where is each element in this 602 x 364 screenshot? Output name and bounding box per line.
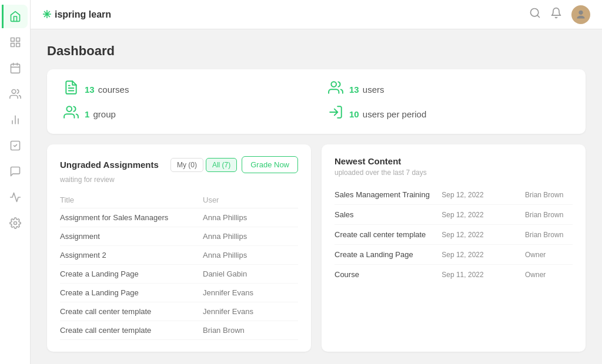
content-author: Brian Brown	[525, 185, 573, 205]
content-date: Sep 12, 2022	[442, 245, 525, 265]
sidebar-item-calendar[interactable]	[4, 56, 27, 80]
assignment-user: Jennifer Evans	[203, 302, 298, 321]
sidebar-item-courses[interactable]	[4, 31, 27, 54]
content-title: Create a Landing Page	[335, 245, 442, 265]
sidebar-item-reports[interactable]	[4, 108, 27, 132]
users-period-icon	[328, 105, 343, 123]
courses-icon	[63, 80, 79, 99]
assignment-title: Create a Landing Page	[60, 265, 203, 284]
content-title: Sales	[335, 205, 442, 225]
logo-icon: ✳	[42, 8, 51, 21]
col-title: Title	[60, 192, 203, 208]
assignment-title: Assignment 2	[60, 246, 203, 265]
newest-title: Newest Content	[335, 156, 401, 166]
table-row: Assignment for Sales ManagersAnna Philli…	[60, 208, 298, 227]
assignment-user: Anna Phillips	[203, 208, 298, 227]
grade-now-button[interactable]: Grade Now	[242, 156, 298, 173]
content-title: Sales Management Training	[335, 185, 442, 205]
content-author: Brian Brown	[525, 205, 573, 225]
tab-my[interactable]: My (0)	[170, 158, 203, 172]
assignment-user: Anna Phillips	[203, 246, 298, 265]
assignment-user: Anna Phillips	[203, 227, 298, 246]
newest-content-panel: Newest Content uploaded over the last 7 …	[322, 144, 586, 352]
svg-rect-0	[11, 38, 14, 42]
assignment-user: Daniel Gabin	[203, 265, 298, 284]
assignments-table: Title User Assignment for Sales Managers…	[60, 192, 298, 340]
content-date: Sep 12, 2022	[442, 185, 525, 205]
content-date: Sep 12, 2022	[442, 225, 525, 245]
table-row: AssignmentAnna Phillips	[60, 227, 298, 246]
sidebar-item-messages[interactable]	[4, 160, 27, 183]
assignment-title: Assignment	[60, 227, 203, 246]
bottom-row: Ungraded Assignments My (0) All (7) Grad…	[47, 144, 586, 352]
users-period-number: 10 users per period	[349, 109, 426, 119]
table-row: Create call center templateBrian Brown	[60, 321, 298, 340]
svg-rect-4	[11, 64, 19, 73]
assignment-title: Assignment for Sales Managers	[60, 208, 203, 227]
stat-users-period: 10 users per period	[328, 105, 569, 123]
svg-point-8	[12, 90, 16, 94]
svg-point-19	[66, 106, 72, 112]
stat-courses: 13 courses	[63, 80, 305, 99]
sidebar	[0, 0, 31, 364]
svg-rect-2	[16, 43, 19, 47]
content-title: Course	[335, 265, 442, 285]
avatar[interactable]	[571, 5, 590, 24]
newest-content-table: Sales Management TrainingSep 12, 2022Bri…	[335, 185, 573, 284]
topbar: ✳ ispring learn	[31, 0, 602, 29]
ungraded-panel-header: Ungraded Assignments My (0) All (7) Grad…	[60, 156, 298, 173]
list-item: Sales Management TrainingSep 12, 2022Bri…	[335, 185, 573, 205]
ungraded-tabs: My (0) All (7)	[170, 158, 237, 172]
col-user: User	[203, 192, 298, 208]
svg-point-18	[331, 82, 336, 87]
newest-panel-header: Newest Content	[335, 156, 573, 166]
ungraded-assignments-panel: Ungraded Assignments My (0) All (7) Grad…	[47, 144, 311, 352]
ungraded-subtitle: waiting for review	[60, 176, 298, 184]
assignment-title: Create call center template	[60, 321, 203, 340]
content-author: Owner	[525, 265, 573, 285]
tab-all[interactable]: All (7)	[206, 158, 237, 172]
content-title: Create call center template	[335, 225, 442, 245]
stats-card: 13 courses 13 users 1 group 10 users per…	[47, 69, 586, 134]
stat-groups: 1 group	[63, 105, 305, 123]
list-item: SalesSep 12, 2022Brian Brown	[335, 205, 573, 225]
assignment-user: Jennifer Evans	[203, 284, 298, 302]
content-date: Sep 12, 2022	[442, 205, 525, 225]
svg-rect-1	[16, 38, 19, 42]
stat-users: 13 users	[328, 80, 569, 99]
list-item: CourseSep 11, 2022Owner	[335, 265, 573, 285]
assignment-user: Brian Brown	[203, 321, 298, 340]
content-author: Owner	[525, 245, 573, 265]
table-row: Create call center templateJennifer Evan…	[60, 302, 298, 321]
list-item: Create call center templateSep 12, 2022B…	[335, 225, 573, 245]
page-title: Dashboard	[47, 43, 586, 59]
sidebar-item-checklist[interactable]	[4, 134, 27, 157]
courses-number: 13 courses	[85, 85, 129, 95]
svg-point-13	[14, 222, 16, 225]
table-row: Assignment 2Anna Phillips	[60, 246, 298, 265]
app-logo: ✳ ispring learn	[42, 8, 111, 21]
sidebar-item-settings[interactable]	[4, 211, 27, 235]
table-row: Create a Landing PageDaniel Gabin	[60, 265, 298, 284]
ungraded-title: Ungraded Assignments	[60, 160, 159, 170]
search-icon[interactable]	[529, 7, 541, 22]
groups-icon	[63, 105, 79, 123]
table-row: Create a Landing PageJennifer Evans	[60, 284, 298, 302]
main-wrap: ✳ ispring learn Dashboard 13 courses	[31, 0, 602, 364]
sidebar-item-announcements[interactable]	[4, 186, 27, 209]
groups-number: 1 group	[85, 109, 116, 119]
users-stat-icon	[328, 80, 343, 99]
app-title: ispring learn	[55, 9, 111, 20]
svg-line-15	[537, 15, 540, 18]
sidebar-item-home[interactable]	[2, 5, 28, 28]
newest-subtitle: uploaded over the last 7 days	[335, 168, 573, 177]
assignment-title: Create a Landing Page	[60, 284, 203, 302]
topbar-actions	[529, 5, 590, 24]
bell-icon[interactable]	[550, 7, 562, 22]
content-date: Sep 11, 2022	[442, 265, 525, 285]
content-area: Dashboard 13 courses 13 users 1 group	[31, 29, 602, 364]
content-author: Brian Brown	[525, 225, 573, 245]
ungraded-controls: My (0) All (7) Grade Now	[170, 156, 298, 173]
sidebar-item-users[interactable]	[4, 82, 27, 106]
assignment-title: Create call center template	[60, 302, 203, 321]
